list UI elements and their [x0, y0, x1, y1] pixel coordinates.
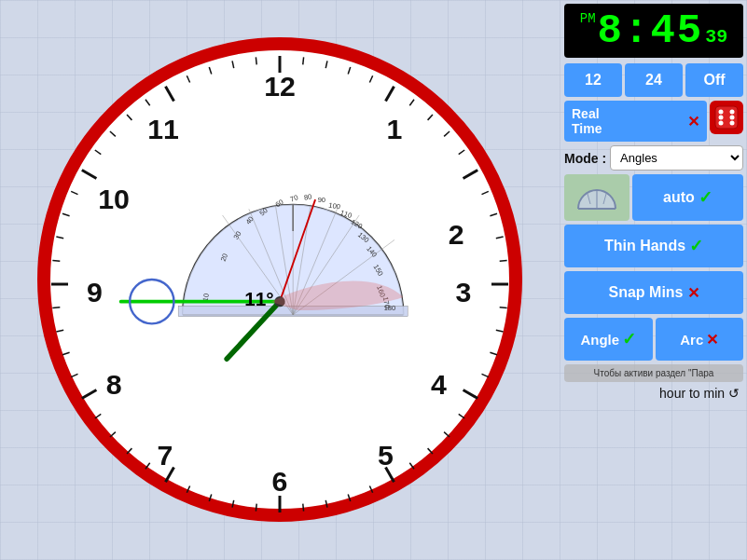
time-display: 8:45: [598, 7, 704, 54]
dice-button[interactable]: [710, 101, 743, 134]
format-row: 12 24 Off: [564, 63, 743, 97]
svg-text:3: 3: [455, 277, 471, 307]
btn-off-format[interactable]: Off: [685, 63, 743, 97]
svg-text:7: 7: [158, 440, 173, 471]
mode-row: Mode : Angles Time: [564, 145, 743, 171]
mode-label: Mode :: [564, 151, 606, 166]
svg-text:70: 70: [289, 193, 299, 203]
svg-text:4: 4: [431, 369, 447, 400]
hour-to-min: hour to min ↺: [564, 386, 743, 401]
mode-select[interactable]: Angles Time: [610, 145, 743, 171]
svg-text:5: 5: [378, 440, 394, 471]
svg-text:2: 2: [449, 219, 464, 250]
snap-mins-button[interactable]: Snap Mins ✕: [564, 271, 743, 314]
angle-arc-row: Angle ✓ Arc ✕: [564, 318, 743, 361]
auto-check: ✓: [699, 187, 712, 208]
svg-point-51: [719, 121, 724, 126]
svg-text:11: 11: [147, 114, 179, 144]
clock-container: 12 1 2 3 4 5 6 7 8 9 10 11: [19, 9, 541, 550]
svg-text:12: 12: [264, 71, 296, 102]
svg-point-53: [719, 116, 724, 120]
svg-text:180: 180: [384, 304, 396, 312]
btn-12-format[interactable]: 12: [564, 63, 622, 97]
hours-display: 8: [598, 7, 624, 54]
snap-mins-label: Snap Mins: [608, 284, 683, 301]
svg-point-54: [730, 116, 735, 120]
real-time-text: Real Time: [572, 106, 602, 136]
svg-text:9: 9: [87, 277, 103, 307]
svg-text:1: 1: [387, 114, 403, 144]
btn-24-format[interactable]: 24: [625, 63, 683, 97]
dice-icon: [713, 104, 740, 130]
arc-x: ✕: [706, 331, 718, 348]
seconds-display: 39: [705, 26, 727, 48]
auto-label: auto: [663, 189, 695, 206]
arc-button[interactable]: Arc ✕: [656, 318, 744, 361]
auto-button[interactable]: auto ✓: [632, 174, 743, 221]
right-panel: PM 8:45 39 12 24 Off Real Time ✕: [560, 0, 747, 560]
proto-auto-row: auto ✓: [564, 174, 743, 221]
snap-mins-x: ✕: [687, 284, 699, 302]
svg-text:100: 100: [328, 201, 341, 212]
ampm-display: PM: [580, 11, 596, 26]
activation-overlay: Чтобы активи раздел "Пара: [564, 364, 743, 382]
real-time-x: ✕: [687, 113, 699, 130]
clock-face: 12 1 2 3 4 5 6 7 8 9 10 11: [37, 37, 522, 522]
svg-text:11°: 11°: [244, 288, 273, 309]
svg-point-49: [719, 110, 724, 115]
svg-text:6: 6: [272, 466, 288, 497]
thin-hands-check: ✓: [689, 236, 703, 256]
svg-text:10: 10: [98, 184, 130, 214]
real-time-label1: Real: [572, 106, 600, 121]
activation-text: Чтобы активи раздел "Пара: [594, 368, 714, 378]
svg-text:90: 90: [318, 196, 325, 204]
minutes-display: 45: [650, 7, 703, 54]
angle-check: ✓: [622, 329, 636, 349]
protractor-button[interactable]: [564, 174, 629, 221]
thin-hands-button[interactable]: Thin Hands ✓: [564, 225, 743, 267]
svg-text:8: 8: [106, 369, 122, 400]
real-time-label2: Time: [572, 121, 602, 136]
svg-text:80: 80: [303, 192, 312, 201]
arc-label: Arc: [680, 332, 703, 348]
hour-to-min-label: hour to min ↺: [659, 386, 740, 401]
thin-hands-label: Thin Hands: [604, 238, 685, 254]
angle-button[interactable]: Angle ✓: [564, 318, 653, 361]
protractor-icon: [574, 181, 620, 214]
real-time-button[interactable]: Real Time ✕: [564, 101, 707, 142]
angle-label: Angle: [580, 332, 619, 348]
svg-point-52: [730, 121, 735, 126]
colon-display: :: [624, 7, 650, 54]
svg-point-50: [730, 110, 735, 115]
digital-clock-display: PM 8:45 39: [564, 4, 743, 58]
